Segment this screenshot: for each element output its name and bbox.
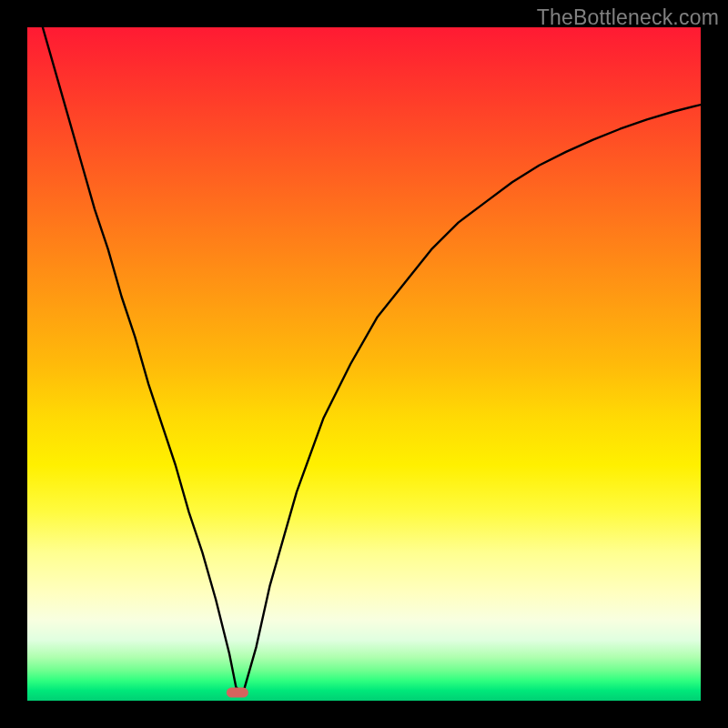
- watermark-text: TheBottleneck.com: [537, 5, 719, 30]
- plot-area: [27, 27, 701, 701]
- bottleneck-curve: [27, 27, 701, 694]
- chart-container: TheBottleneck.com: [0, 0, 728, 728]
- optimal-marker: [227, 688, 248, 698]
- curve-svg: [27, 27, 701, 701]
- svg-rect-0: [227, 688, 248, 698]
